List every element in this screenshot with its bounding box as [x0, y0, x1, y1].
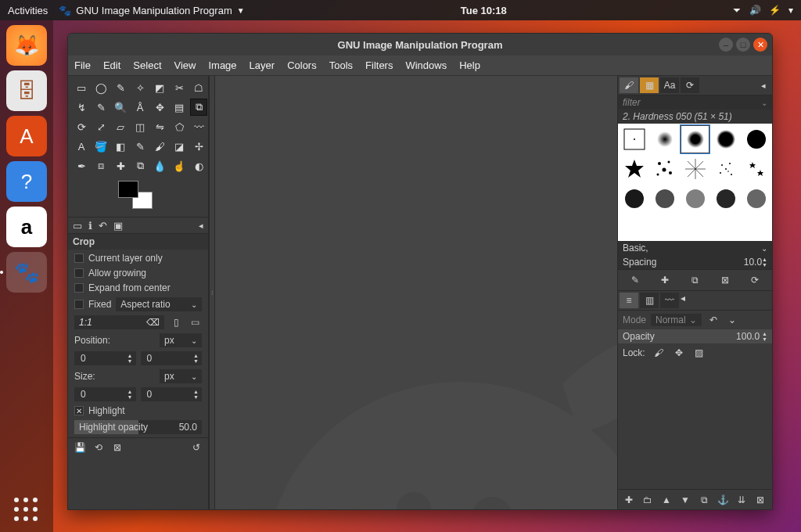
tool-free-select[interactable]: ✎ [112, 79, 129, 96]
position-y-input[interactable]: 0▲▼ [141, 351, 203, 365]
tool-clone[interactable]: ⧈ [92, 157, 110, 174]
app-menu[interactable]: 🐾 GNU Image Manipulation Program ▼ [59, 5, 244, 16]
minimize-button[interactable]: – [719, 38, 733, 52]
canvas-area[interactable] [215, 76, 617, 509]
launcher-amazon[interactable]: a [6, 207, 47, 247]
battery-icon[interactable]: ⚡ [769, 5, 781, 16]
menu-layer[interactable]: Layer [250, 59, 275, 71]
launcher-software[interactable]: A [6, 116, 47, 156]
tool-ellipse-select[interactable]: ◯ [92, 79, 110, 96]
mode-select[interactable]: Normal⌄ [651, 314, 702, 326]
activities-button[interactable]: Activities [8, 5, 48, 16]
restore-preset-icon[interactable]: ⟲ [92, 440, 106, 455]
position-x-input[interactable]: 0▲▼ [74, 351, 136, 365]
tab-fonts[interactable]: Aa [660, 77, 679, 93]
tab-images[interactable]: ▣ [113, 220, 123, 232]
maximize-button[interactable]: □ [736, 38, 750, 52]
layer-list[interactable] [618, 362, 772, 489]
reset-icon[interactable]: ↺ [189, 440, 203, 455]
tool-gradient[interactable]: ◧ [112, 138, 129, 155]
volume-icon[interactable]: 🔊 [749, 5, 761, 16]
mode-menu-icon[interactable]: ⌄ [725, 313, 739, 327]
tool-flip[interactable]: ⇋ [151, 118, 168, 135]
tab-menu-icon[interactable]: ◂ [199, 221, 203, 231]
delete-brush-icon[interactable]: ⊠ [713, 273, 738, 287]
new-brush-icon[interactable]: ✚ [652, 273, 677, 287]
tool-text[interactable]: A [73, 138, 90, 155]
chevron-down-icon[interactable]: ▾ [788, 5, 793, 16]
fixed-mode-select[interactable]: Aspect ratio⌄ [116, 297, 202, 311]
layer-opacity-slider[interactable]: Opacity 100.0 ▲▼ [618, 329, 772, 343]
tool-perspective-clone[interactable]: ⧉ [131, 157, 149, 174]
anchor-layer-icon[interactable]: ⚓ [715, 493, 731, 507]
tab-undo-history[interactable]: ↶ [99, 220, 107, 232]
tool-shear[interactable]: ▱ [112, 118, 129, 135]
tab-paths[interactable]: 〰 [660, 293, 679, 308]
merge-down-icon[interactable]: ⇊ [734, 493, 749, 507]
highlight-opacity-slider[interactable]: Highlight opacity 50.0 [74, 420, 202, 434]
size-w-input[interactable]: 0▲▼ [74, 387, 136, 401]
tab-layers[interactable]: ≡ [620, 293, 638, 308]
tool-perspective[interactable]: ◫ [131, 118, 149, 135]
clock[interactable]: Tue 10:18 [245, 5, 723, 16]
menu-edit[interactable]: Edit [103, 59, 120, 71]
titlebar[interactable]: GNU Image Manipulation Program – □ ✕ [68, 34, 772, 56]
size-unit-select[interactable]: px⌄ [160, 369, 202, 383]
mode-prev-icon[interactable]: ↶ [706, 313, 720, 327]
menu-view[interactable]: View [174, 59, 196, 71]
duplicate-layer-icon[interactable]: ⧉ [696, 493, 712, 507]
duplicate-brush-icon[interactable]: ⧉ [682, 273, 707, 287]
opt-expand-from-center[interactable]: Expand from center [74, 282, 202, 293]
tool-by-color[interactable]: ◩ [151, 79, 168, 96]
tool-cage[interactable]: ⬠ [171, 118, 188, 135]
tool-warp[interactable]: 〰 [190, 118, 207, 135]
tool-bucket[interactable]: 🪣 [92, 138, 110, 155]
foreground-color[interactable] [118, 181, 138, 198]
menu-file[interactable]: File [74, 59, 91, 71]
tool-rect-select[interactable]: ▭ [73, 79, 90, 96]
new-layer-icon[interactable]: ✚ [621, 493, 637, 507]
tool-airbrush[interactable]: ✢ [190, 138, 207, 155]
tab-patterns[interactable]: ▦ [640, 77, 659, 93]
tool-move[interactable]: ✥ [151, 99, 168, 116]
tool-align[interactable]: ▤ [171, 99, 188, 116]
brush-spacing-slider[interactable]: Spacing 10.0 ▲▼ [618, 255, 772, 269]
new-group-icon[interactable]: 🗀 [640, 493, 656, 507]
tool-foreground[interactable]: ☖ [190, 79, 207, 96]
color-swatches[interactable] [118, 181, 153, 209]
tab-menu-icon[interactable]: ◂ [681, 293, 685, 308]
tab-menu-icon[interactable]: ◂ [756, 81, 770, 91]
tool-fuzzy-select[interactable]: ✧ [131, 79, 149, 96]
tool-scissors[interactable]: ✂ [171, 79, 188, 96]
tool-measure[interactable]: Å [131, 99, 149, 116]
launcher-files[interactable]: 🗄 [6, 70, 47, 111]
menu-image[interactable]: Image [208, 59, 236, 71]
tab-device-status[interactable]: ℹ [88, 220, 92, 232]
refresh-brushes-icon[interactable]: ⟳ [742, 273, 767, 287]
lock-pixels-icon[interactable]: 🖌 [652, 346, 666, 360]
menu-help[interactable]: Help [459, 59, 480, 71]
tool-crop[interactable]: ⧉ [190, 99, 207, 116]
delete-layer-icon[interactable]: ⊠ [753, 493, 768, 507]
size-h-input[interactable]: 0▲▼ [141, 387, 203, 401]
dock-handle[interactable]: ⁝ [209, 76, 215, 509]
launcher-firefox[interactable]: 🦊 [6, 25, 47, 66]
menu-tools[interactable]: Tools [329, 59, 353, 71]
tool-ink[interactable]: ✒ [73, 157, 90, 174]
opt-highlight[interactable]: ✕Highlight [74, 405, 202, 416]
tool-dodge[interactable]: ◐ [190, 157, 207, 174]
network-icon[interactable]: ⏷ [732, 5, 742, 16]
lower-layer-icon[interactable]: ▼ [677, 493, 693, 507]
tool-zoom[interactable]: 🔍 [112, 99, 129, 116]
tool-scale[interactable]: ⤢ [92, 118, 110, 135]
tab-tool-options[interactable]: ▭ [73, 220, 82, 232]
menu-windows[interactable]: Windows [405, 59, 447, 71]
landscape-icon[interactable]: ▭ [188, 315, 202, 329]
tool-paths[interactable]: ↯ [73, 99, 90, 116]
menu-colors[interactable]: Colors [287, 59, 317, 71]
tool-eraser[interactable]: ◪ [171, 138, 188, 155]
lock-alpha-icon[interactable]: ▨ [692, 346, 706, 360]
position-unit-select[interactable]: px⌄ [160, 333, 202, 347]
tool-heal[interactable]: ✚ [112, 157, 129, 174]
menu-filters[interactable]: Filters [365, 59, 393, 71]
